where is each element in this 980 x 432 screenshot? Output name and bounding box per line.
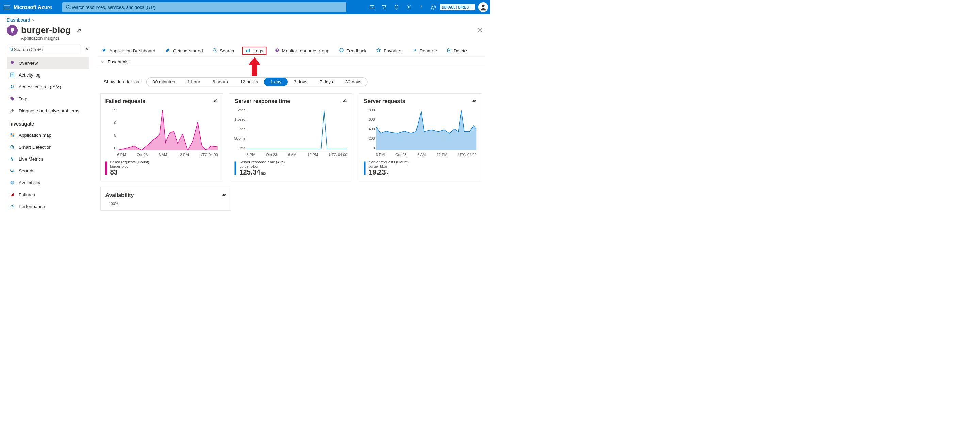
time-range-option[interactable]: 30 minutes	[146, 78, 181, 86]
close-panel-button[interactable]	[477, 27, 483, 33]
settings-button[interactable]	[403, 0, 414, 14]
time-range-option[interactable]: 30 days	[339, 78, 368, 86]
pin-card-button[interactable]	[221, 192, 227, 198]
close-icon	[477, 27, 483, 33]
search-icon	[10, 47, 14, 52]
y-axis-tick: 0ms	[239, 146, 246, 150]
breadcrumb-item[interactable]: Dashboard	[7, 17, 30, 23]
highlight-arrow-annotation	[248, 57, 260, 77]
x-axis-tick: 12 PM	[437, 153, 447, 157]
time-range-row: Show data for last: 30 minutes1 hour6 ho…	[97, 67, 485, 94]
cmd-favorites[interactable]: Favorites	[375, 47, 404, 55]
metric-color-bar	[364, 161, 366, 175]
chart-card-failed-requests[interactable]: Failed requests 151050 6 PMOct 236 AM12 …	[100, 93, 223, 180]
time-range-option[interactable]: 7 days	[313, 78, 339, 86]
user-avatar[interactable]	[479, 2, 488, 12]
pin-card-button[interactable]	[471, 98, 477, 105]
svg-point-37	[168, 49, 169, 50]
pin-card-button[interactable]	[213, 98, 218, 105]
pin-card-button[interactable]	[342, 98, 347, 105]
notifications-button[interactable]	[391, 0, 402, 14]
cmd-monitor-resource-group[interactable]: Monitor resource group	[273, 47, 331, 55]
chevron-double-left-icon	[85, 47, 89, 52]
sidebar-item-access-control-iam-[interactable]: Access control (IAM)	[7, 81, 89, 93]
sidebar-item-smart-detection[interactable]: Smart Detection	[7, 141, 89, 153]
time-range-option[interactable]: 3 days	[288, 78, 313, 86]
directories-button[interactable]	[379, 0, 390, 14]
global-search-input[interactable]	[70, 5, 343, 10]
sidebar-item-label: Search	[19, 168, 33, 173]
sidebar-search-input[interactable]	[14, 47, 79, 52]
breadcrumb: Dashboard ›	[0, 14, 490, 23]
globe-icon	[9, 180, 15, 185]
time-range-option[interactable]: 1 hour	[181, 78, 206, 86]
directory-label[interactable]: DEFAULT DIRECT...	[440, 4, 475, 10]
svg-rect-48	[447, 49, 450, 52]
y-axis-tick: 200	[369, 137, 375, 141]
sidebar-item-label: Tags	[19, 96, 29, 102]
chart-card-availability[interactable]: Availability 100%	[100, 187, 231, 211]
time-range-option[interactable]: 6 hours	[207, 78, 234, 86]
sidebar-item-performance[interactable]: Performance	[7, 201, 89, 213]
brand-label[interactable]: Microsoft Azure	[14, 5, 52, 10]
chart-svg	[118, 108, 218, 150]
help-button[interactable]	[415, 0, 426, 14]
sidebar-item-failures[interactable]: Failures	[7, 189, 89, 201]
svg-rect-1	[4, 7, 10, 8]
collapse-sidebar-button[interactable]	[85, 47, 89, 52]
cmd-label: Feedback	[347, 48, 366, 54]
sidebar-item-label: Troubleshooting guides (preview)	[19, 216, 86, 216]
sidebar-item-label: Diagnose and solve problems	[19, 108, 79, 113]
hamburger-menu-button[interactable]	[0, 4, 14, 10]
pin-title-button[interactable]	[76, 27, 82, 34]
cmd-search[interactable]: Search	[211, 47, 235, 55]
sidebar-item-diagnose-and-solve-problems[interactable]: Diagnose and solve problems	[7, 105, 89, 117]
sidebar-item-live-metrics[interactable]: Live Metrics	[7, 153, 89, 165]
sidebar-item-label: Access control (IAM)	[19, 84, 61, 89]
sidebar-item-availability[interactable]: Availability	[7, 177, 89, 189]
svg-point-27	[11, 169, 13, 172]
essentials-toggle[interactable]: Essentials	[97, 57, 485, 67]
cmd-label: Logs	[253, 48, 263, 54]
card-title: Availability	[105, 192, 134, 199]
feedback-button[interactable]	[428, 0, 439, 14]
sidebar-item-tags[interactable]: Tags	[7, 93, 89, 105]
cmd-feedback[interactable]: Feedback	[337, 47, 368, 55]
svg-rect-30	[11, 195, 11, 196]
chart-card-server-response-time[interactable]: Server response time 2sec1.5sec1sec500ms…	[230, 93, 352, 180]
cloud-shell-button[interactable]	[366, 0, 377, 14]
cmd-getting-started[interactable]: Getting started	[164, 47, 205, 55]
metric-summary: Server requests (Count) burger-blog 19.2…	[364, 160, 477, 176]
y-axis-tick: 10	[112, 121, 116, 125]
time-range-option[interactable]: 1 day	[264, 78, 288, 86]
cmd-label: Rename	[420, 48, 437, 54]
svg-point-8	[433, 6, 433, 7]
cmd-delete[interactable]: Delete	[445, 47, 468, 55]
svg-point-7	[431, 5, 435, 9]
gauge-icon	[9, 204, 15, 209]
chart-svg	[376, 108, 477, 150]
cloud-shell-icon	[369, 5, 375, 10]
sidebar-item-search[interactable]: Search	[7, 165, 89, 177]
chart-card-server-requests[interactable]: Server requests 8006004002000 6 PMOct 23…	[359, 93, 482, 180]
bulb-icon	[275, 48, 279, 54]
x-axis-tick: 12 PM	[178, 153, 189, 157]
cmd-application-dashboard[interactable]: Application Dashboard	[100, 47, 157, 55]
cmd-logs[interactable]: Logs	[242, 47, 266, 55]
pin-icon	[221, 192, 227, 198]
sidebar-item-application-map[interactable]: Application map	[7, 129, 89, 141]
chart-cards-row: Failed requests 151050 6 PMOct 236 AM12 …	[97, 93, 485, 180]
card-title: Failed requests	[105, 98, 145, 105]
cmd-rename[interactable]: Rename	[411, 47, 438, 55]
sidebar-item-activity-log[interactable]: Activity log	[7, 69, 89, 81]
metric-title: Server requests (Count)	[369, 160, 409, 164]
svg-rect-0	[4, 5, 10, 6]
app-insights-icon	[7, 25, 18, 36]
cmd-label: Application Dashboard	[109, 48, 156, 54]
sidebar-item-overview[interactable]: Overview	[7, 57, 89, 69]
sidebar-search[interactable]	[7, 45, 81, 54]
sidebar-item-troubleshooting-guides-preview-[interactable]: Troubleshooting guides (preview)	[7, 213, 89, 216]
global-search[interactable]	[62, 2, 347, 12]
time-range-option[interactable]: 12 hours	[234, 78, 264, 86]
x-axis-tick: 6 AM	[417, 153, 426, 157]
